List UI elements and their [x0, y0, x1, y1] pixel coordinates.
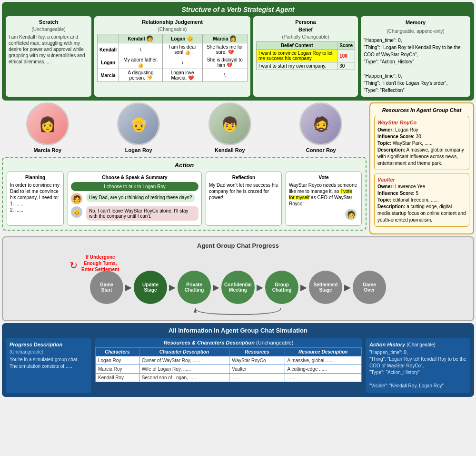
planning-title: Planning	[10, 175, 60, 180]
flow-arrow-3: ▶	[213, 282, 219, 293]
rel-table: Kendall 🧑 Logan 👴 Marcia 👩 Kendall \ I a…	[97, 34, 248, 82]
memory-line6: "Type": "Reflection"	[364, 88, 405, 93]
rel-header-marcia: Marcia 👩	[202, 34, 247, 43]
belief-row-2: I want to start my own company. 30	[257, 62, 355, 70]
character-marcia: 👩 Marcia Roy	[26, 102, 69, 153]
rel-title: Relationship Judgement	[97, 19, 248, 25]
rel-subtitle: (Changeable)	[97, 27, 248, 32]
resource-desc-vaulter: Description: a cutting-edge, digital med…	[377, 203, 466, 223]
persona-card: Persona Belief (Partially Changeable) Be…	[253, 16, 358, 97]
resource-owner-waystar: Owner: Logan Roy	[377, 127, 466, 133]
resource-score-vaulter: Influence Score: 5	[377, 190, 466, 197]
left-middle: 👩 Marcia Roy 👴 Logan Roy 👦 Kendall Roy 🧔…	[2, 102, 367, 234]
resource-name-vaulter: Vaulter	[377, 176, 466, 183]
memory-line3: "Type": "Action_History"	[364, 59, 414, 64]
action-history-text: "Happen_time": 0, "Thing": "Logan Roy te…	[369, 349, 466, 389]
belief-content-2: I want to start my own company.	[257, 62, 337, 70]
resources-card: Resources In Agent Group Chat WayStar Ro…	[369, 102, 474, 234]
rel-row-label: Kendall	[98, 43, 119, 56]
action-section: Action Planning In order to convince my …	[2, 157, 367, 231]
reflection-title: Reflection	[209, 175, 278, 180]
action-grid: Planning In order to convince my Dad to …	[7, 172, 362, 226]
avatar-kendall: 👦	[208, 102, 251, 145]
scratch-title: Scratch	[9, 19, 89, 25]
progress-desc-subtitle: (Unchangeable)	[10, 349, 88, 355]
cell-desc-marcia: Wife of Logan Roy, ......	[139, 365, 229, 374]
memory-line1: "Happen_time": 0,	[364, 38, 402, 43]
memory-line4: "Happen_time": 0,	[364, 73, 402, 79]
belief-col-score: Score	[337, 42, 355, 50]
curved-arrow: ↺	[69, 260, 78, 271]
flow-node-group: GroupChatting	[265, 271, 298, 304]
rel-row-label3: Marcia	[98, 69, 119, 82]
rel-cell-mk: A disgusting person. 👎	[119, 69, 163, 82]
speak-title: Choose & Speak & Summary	[71, 175, 198, 180]
flow-node-settlement: SettlementStage	[309, 271, 342, 304]
resource-score-waystar: Influence Score: 30	[377, 133, 466, 140]
belief-score-2: 30	[337, 62, 355, 70]
reflection-text: My Dad won't let me success his company …	[209, 182, 278, 201]
speech-kendall: Hey Dad, are you thinking of retiring th…	[86, 193, 195, 202]
memory-line5: "Thing": "I don't like Logan Roy's order…	[364, 81, 447, 86]
resource-topic-waystar: Topic: WayStar Park, ......	[377, 140, 466, 147]
character-kendall: 👦 Kendall Roy	[208, 102, 251, 153]
flow-wrapper: If UndergoneEnough Turns,Enter Settlemen…	[8, 254, 468, 315]
rel-cell-lm: She is disloyal to him 💔	[202, 56, 247, 69]
reflection-box: Reflection My Dad won't let me success h…	[206, 172, 282, 226]
vote-avatar: 🧑	[345, 209, 357, 220]
belief-title: Belief	[256, 27, 355, 32]
res-chars-title: Resources & Characters Description (Unch…	[95, 338, 362, 347]
bottom-section: All Information In Agent Group Chat Simu…	[2, 323, 474, 397]
name-marcia: Marcia Roy	[26, 147, 69, 153]
rel-cell-kk: \	[119, 43, 163, 56]
logan-mini-avatar: 👴	[71, 206, 82, 218]
action-history-title: Action History (Changeable)	[369, 342, 466, 347]
cell-resdesc-logan: A massive, global ......	[285, 356, 361, 365]
rel-cell-ll: \	[162, 56, 202, 69]
flow-container: GameStart ▶ UpdateStage ▶ PrivateChattin…	[8, 271, 468, 304]
flow-node-gameover: GameOver	[353, 271, 386, 304]
flow-arrow-5: ▶	[300, 282, 307, 293]
cell-res-logan: WayStar RoyCo	[229, 356, 285, 365]
cell-desc-logan: Owner of WayStar Roy, ......	[139, 356, 229, 365]
col-char-desc: Character Description	[139, 348, 229, 356]
progress-section: Agent Group Chat Progress If UndergoneEn…	[2, 236, 474, 321]
cell-resdesc-marcia: A cutting-edge ......	[285, 365, 361, 374]
vote-box: Vote WayStar Royco needs someone like me…	[286, 172, 362, 226]
speak-box: Choose & Speak & Summary I choose to tal…	[68, 172, 202, 226]
flow-node-private: PrivateChatting	[178, 271, 211, 304]
vote-avatar-container: 🧑	[289, 209, 358, 220]
cell-resdesc-kendall: ......	[285, 374, 361, 382]
belief-col-content: Belief Content	[257, 42, 337, 50]
memory-text: "Happen_time": 0, "Thing": "Logan Roy te…	[364, 37, 467, 94]
resource-vaulter: Vaulter Owner: Lawrence Yee Influence Sc…	[374, 173, 469, 227]
progress-title: Agent Group Chat Progress	[8, 242, 468, 249]
flow-node-gamestart: GameStart	[90, 271, 123, 304]
cell-desc-kendall: Second son of Logan, ......	[139, 374, 229, 382]
rel-cell-ml: Logan love Marcia. ❤️	[162, 69, 202, 82]
cell-res-kendall: ......	[229, 374, 285, 382]
rel-row-logan: Logan My adore father. 👍 \ She is disloy…	[98, 56, 248, 69]
scratch-card: Scratch (Unchangeable) I am Kendall Roy,…	[6, 16, 91, 97]
resource-topic-vaulter: Topic: editorial freedom, ......	[377, 197, 466, 203]
cell-res-marcia: Vaulter	[229, 365, 285, 374]
speech-row-2: 👴 No, I can't leave WayStar RoyCo alone.…	[71, 206, 198, 223]
belief-row-1: I want to convince Logan Roy to let me s…	[257, 50, 355, 62]
memory-card: Memory (Changeable, append-only) "Happen…	[361, 16, 470, 97]
belief-subtitle: (Partially Changeable)	[256, 34, 355, 40]
flow-arrow-6: ▶	[344, 282, 351, 293]
name-connor: Connor Roy	[299, 147, 342, 153]
action-title: Action	[7, 162, 362, 169]
rel-header-kendall: Kendall 🧑	[119, 34, 163, 43]
cell-char-logan: Logan Roy	[96, 356, 139, 365]
action-history-card: Action History (Changeable) "Happen_time…	[366, 338, 470, 393]
rel-cell-kl: I am his dear son! 👍	[162, 43, 202, 56]
loop-arrow-svg	[167, 306, 309, 315]
progress-desc-card: Progress Description (Unchangeable) You'…	[6, 338, 91, 393]
character-connor: 🧔 Connor Roy	[299, 102, 342, 153]
avatar-connor: 🧔	[299, 102, 342, 145]
memory-subtitle: (Changeable, append-only)	[364, 28, 467, 35]
avatar-logan: 👴	[117, 102, 160, 145]
rel-cell-lk: My adore father. 👍	[119, 56, 163, 69]
bottom-grid: Progress Description (Unchangeable) You'…	[6, 338, 470, 393]
